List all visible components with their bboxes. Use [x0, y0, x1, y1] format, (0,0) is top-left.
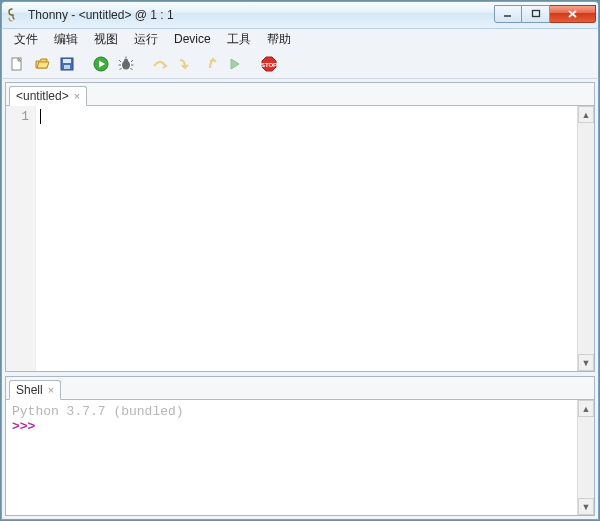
editor-tab[interactable]: <untitled> × [9, 86, 87, 106]
menu-edit[interactable]: 编辑 [46, 30, 86, 49]
editor-vertical-scrollbar[interactable]: ▲ ▼ [577, 106, 594, 371]
debug-button[interactable] [115, 53, 137, 75]
shell-tab-label: Shell [16, 383, 43, 397]
shell-tab[interactable]: Shell × [9, 380, 61, 400]
line-number: 1 [6, 109, 29, 124]
editor-body: 1 [6, 106, 577, 371]
close-button[interactable] [550, 5, 596, 23]
step-over-button[interactable] [149, 53, 171, 75]
svg-line-17 [131, 68, 133, 70]
save-file-button[interactable] [56, 53, 78, 75]
maximize-button[interactable] [522, 5, 550, 23]
new-file-button[interactable] [6, 53, 28, 75]
scroll-down-icon[interactable]: ▼ [578, 354, 594, 371]
svg-rect-7 [64, 65, 70, 69]
scroll-track[interactable] [578, 123, 594, 354]
shell-tabstrip: Shell × [6, 377, 594, 399]
editor-tabstrip: <untitled> × [6, 83, 594, 105]
window-buttons [494, 5, 596, 25]
menu-run[interactable]: 运行 [126, 30, 166, 49]
svg-text:STOP: STOP [261, 62, 277, 68]
text-caret [40, 109, 41, 124]
line-number-gutter: 1 [6, 106, 36, 371]
shell-banner: Python 3.7.7 (bundled) [12, 404, 571, 419]
resume-button[interactable] [224, 53, 246, 75]
window-title: Thonny - <untitled> @ 1 : 1 [28, 8, 174, 22]
step-out-button[interactable] [199, 53, 221, 75]
app-icon [7, 7, 23, 23]
menu-help[interactable]: 帮助 [259, 30, 299, 49]
editor-pane: <untitled> × 1 ▲ ▼ [5, 82, 595, 372]
window-titlebar: Thonny - <untitled> @ 1 : 1 [1, 1, 599, 29]
toolbar: STOP [1, 49, 599, 79]
minimize-button[interactable] [494, 5, 522, 23]
shell-pane: Shell × Python 3.7.7 (bundled) >>> ▲ ▼ [5, 376, 595, 516]
shell-body[interactable]: Python 3.7.7 (bundled) >>> [6, 400, 577, 515]
menu-tools[interactable]: 工具 [219, 30, 259, 49]
svg-line-12 [119, 60, 121, 62]
client-area: <untitled> × 1 ▲ ▼ Shell × [1, 79, 599, 520]
menu-view[interactable]: 视图 [86, 30, 126, 49]
editor-tab-label: <untitled> [16, 89, 69, 103]
step-into-button[interactable] [174, 53, 196, 75]
svg-line-13 [131, 60, 133, 62]
menu-file[interactable]: 文件 [6, 30, 46, 49]
close-icon[interactable]: × [74, 90, 80, 102]
shell-prompt: >>> [12, 419, 35, 434]
stop-button[interactable]: STOP [258, 53, 280, 75]
editor-content: 1 ▲ ▼ [6, 105, 594, 371]
scroll-track[interactable] [578, 417, 594, 498]
open-file-button[interactable] [31, 53, 53, 75]
menubar: 文件 编辑 视图 运行 Device 工具 帮助 [1, 29, 599, 49]
close-icon[interactable]: × [48, 384, 54, 396]
svg-point-10 [124, 58, 128, 62]
scroll-up-icon[interactable]: ▲ [578, 106, 594, 123]
svg-rect-1 [532, 11, 539, 17]
shell-content: Python 3.7.7 (bundled) >>> ▲ ▼ [6, 399, 594, 515]
code-area[interactable] [36, 106, 577, 371]
scroll-up-icon[interactable]: ▲ [578, 400, 594, 417]
shell-vertical-scrollbar[interactable]: ▲ ▼ [577, 400, 594, 515]
svg-rect-6 [63, 59, 71, 63]
menu-device[interactable]: Device [166, 31, 219, 47]
run-button[interactable] [90, 53, 112, 75]
svg-line-16 [120, 68, 122, 70]
scroll-down-icon[interactable]: ▼ [578, 498, 594, 515]
